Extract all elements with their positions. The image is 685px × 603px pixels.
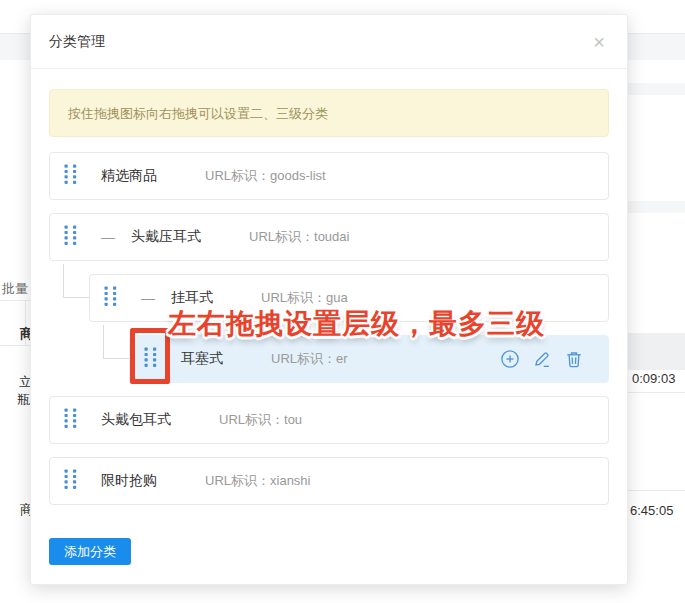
bg-table-line	[0, 345, 30, 346]
drag-handle-icon[interactable]	[64, 164, 77, 188]
category-url: URL标识：goods-list	[205, 167, 326, 185]
close-icon[interactable]: ×	[587, 32, 611, 52]
category-name: 耳塞式	[181, 350, 223, 368]
bg-text-cell: 瓶	[17, 391, 30, 409]
modal-header: 分类管理 ×	[31, 15, 627, 69]
category-name: 头戴包耳式	[101, 411, 171, 429]
category-url: URL标识：er	[271, 350, 348, 368]
category-management-modal: 分类管理 × 按住拖拽图标向右拖拽可以设置二、三级分类 精选商品 URL标识：g…	[30, 14, 628, 585]
bg-table-line	[628, 490, 685, 491]
bg-table-line	[628, 392, 685, 393]
drag-handle-icon[interactable]	[64, 225, 77, 249]
drag-handle-icon[interactable]	[104, 286, 117, 310]
category-url: URL标识：tou	[219, 411, 302, 429]
category-url: URL标识：xianshi	[205, 472, 310, 490]
bg-timestamp: 0:09:03	[632, 371, 675, 386]
edit-category-icon[interactable]	[532, 349, 552, 369]
category-row-xianshi[interactable]: 限时抢购 URL标识：xianshi	[49, 457, 609, 505]
category-name: 头戴压耳式	[131, 228, 201, 246]
tree-connector	[63, 264, 89, 298]
bg-table-band	[628, 333, 685, 370]
add-sub-category-icon[interactable]	[500, 349, 520, 369]
drag-handle-icon[interactable]	[64, 408, 77, 432]
category-row-toudai[interactable]: — 头戴压耳式 URL标识：toudai	[49, 213, 609, 261]
modal-title: 分类管理	[49, 33, 105, 51]
collapse-dash: —	[141, 290, 155, 306]
category-row-tou[interactable]: 头戴包耳式 URL标识：tou	[49, 396, 609, 444]
category-name: 精选商品	[101, 167, 157, 185]
annotation-text: 左右拖拽设置层级，最多三级	[168, 305, 545, 343]
bg-text-batch: 批量	[2, 280, 28, 298]
row-actions	[500, 349, 594, 369]
category-row-goods-list[interactable]: 精选商品 URL标识：goods-list	[49, 152, 609, 200]
bg-table-band	[628, 83, 685, 95]
drag-handle-icon[interactable]	[64, 469, 77, 493]
page: 批量 商 立 瓶 商 0:09:03 6:45:05 分类管理 × 按住拖拽图标…	[0, 0, 685, 603]
delete-category-icon[interactable]	[564, 349, 584, 369]
bg-timestamp: 6:45:05	[630, 503, 673, 518]
tree-connector	[103, 325, 129, 359]
bg-table-band	[628, 201, 685, 213]
annotation-highlight-box	[130, 328, 170, 384]
category-url: URL标识：toudai	[249, 228, 349, 246]
collapse-dash: —	[101, 229, 115, 245]
drag-hint-banner: 按住拖拽图标向右拖拽可以设置二、三级分类	[49, 89, 609, 137]
add-category-button[interactable]: 添加分类	[49, 538, 131, 565]
category-name: 限时抢购	[101, 472, 157, 490]
